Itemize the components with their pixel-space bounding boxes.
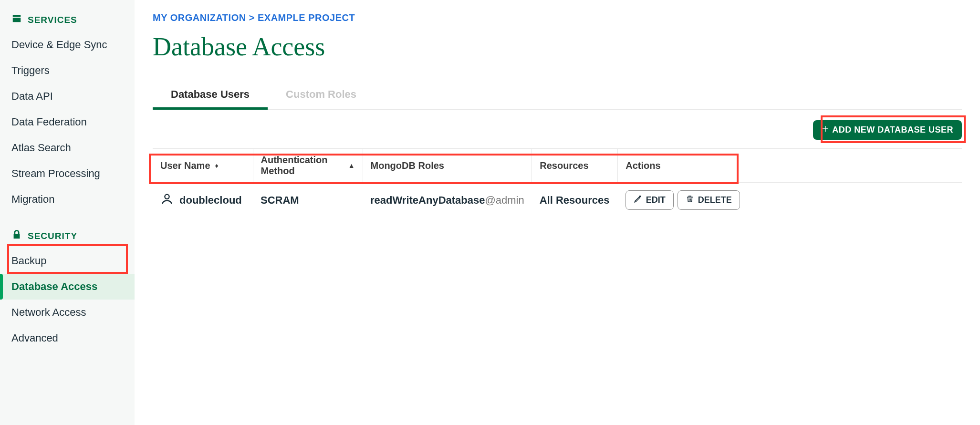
pencil-icon [634,195,642,206]
sidebar-item-device-edge-sync[interactable]: Device & Edge Sync [0,32,135,58]
breadcrumb-org[interactable]: MY ORGANIZATION [153,12,246,23]
services-header-label: SERVICES [28,15,77,25]
sidebar-item-label: Database Access [11,280,97,292]
svg-point-0 [165,194,169,198]
actions-cell: EDIT DELETE [626,190,954,210]
roles-value: readWriteAnyDatabase@admin [363,183,532,218]
plus-icon [822,125,829,135]
tab-database-users[interactable]: Database Users [153,82,268,110]
table-row: doublecloud SCRAM readWriteAnyDatabase@a… [153,183,962,218]
tab-custom-roles[interactable]: Custom Roles [268,82,375,109]
security-header-label: SECURITY [28,231,77,241]
sidebar-item-data-api[interactable]: Data API [0,83,135,109]
col-header-auth-label: Authentication Method [261,155,344,176]
col-header-username-label: User Name [160,160,210,171]
sidebar-item-migration[interactable]: Migration [0,187,135,212]
page-title: Database Access [153,32,962,62]
resources-value: All Resources [532,183,618,218]
tabs: Database Users Custom Roles [153,82,962,110]
toolbar: ADD NEW DATABASE USER [153,120,962,140]
role-main: readWriteAnyDatabase [370,194,485,206]
lock-icon [11,229,22,242]
sidebar: SERVICES Device & Edge Sync Triggers Dat… [0,0,135,425]
trash-icon [686,195,694,206]
sort-asc-icon: ▲ [348,162,355,169]
sidebar-item-advanced[interactable]: Advanced [0,325,135,351]
edit-button-label: EDIT [646,195,666,205]
col-header-username[interactable]: User Name ♦ [153,149,253,183]
username-value: doublecloud [179,194,242,207]
main-content: MY ORGANIZATION > EXAMPLE PROJECT Databa… [135,0,980,425]
security-header: SECURITY [0,224,135,248]
users-table: User Name ♦ Authentication Method ▲ Mong… [153,148,962,218]
col-header-actions: Actions [618,149,962,183]
edit-button[interactable]: EDIT [626,190,674,210]
breadcrumb-project[interactable]: EXAMPLE PROJECT [258,12,355,23]
breadcrumb-separator: > [249,12,258,23]
sidebar-item-data-federation[interactable]: Data Federation [0,109,135,135]
delete-button[interactable]: DELETE [678,190,740,210]
services-icon [11,13,22,26]
sidebar-item-atlas-search[interactable]: Atlas Search [0,135,135,161]
col-header-roles: MongoDB Roles [363,149,532,183]
role-suffix: @admin [485,194,524,206]
sort-icon: ♦ [215,162,219,169]
auth-method-value: SCRAM [253,183,363,218]
add-new-database-user-button[interactable]: ADD NEW DATABASE USER [813,120,962,140]
user-cell: doublecloud [160,192,245,208]
sidebar-item-backup[interactable]: Backup [0,248,135,274]
services-header: SERVICES [0,8,135,32]
sidebar-item-stream-processing[interactable]: Stream Processing [0,161,135,187]
col-header-auth[interactable]: Authentication Method ▲ [253,149,363,183]
user-icon [160,192,174,208]
add-button-label: ADD NEW DATABASE USER [832,125,953,135]
breadcrumb: MY ORGANIZATION > EXAMPLE PROJECT [153,12,962,23]
delete-button-label: DELETE [698,195,732,205]
col-header-resources: Resources [532,149,618,183]
sidebar-item-network-access[interactable]: Network Access [0,300,135,325]
sidebar-item-triggers[interactable]: Triggers [0,58,135,83]
sidebar-item-database-access[interactable]: Database Access [0,274,135,300]
active-marker [0,274,3,300]
